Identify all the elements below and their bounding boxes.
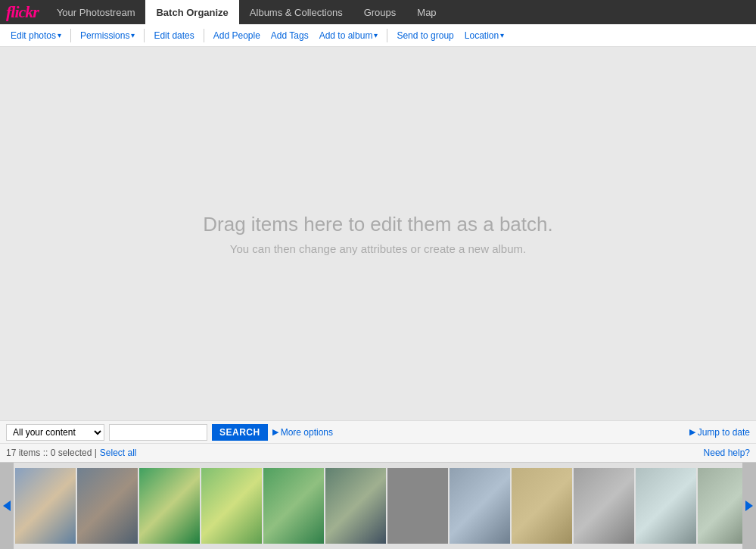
need-help-link[interactable]: Need help? xyxy=(704,448,750,458)
location-button[interactable]: Location ▾ xyxy=(460,28,509,43)
more-options-triangle-icon: ▶ xyxy=(272,427,278,437)
edit-dates-button[interactable]: Edit dates xyxy=(149,28,198,43)
toolbar-separator-4 xyxy=(387,29,387,42)
permissions-dropdown-icon: ▾ xyxy=(131,31,135,39)
edit-photos-button[interactable]: Edit photos ▾ xyxy=(6,28,66,43)
send-to-group-button[interactable]: Send to group xyxy=(392,28,458,43)
photo-thumb[interactable] xyxy=(201,468,262,544)
photo-thumb[interactable] xyxy=(698,468,742,544)
photo-thumb[interactable] xyxy=(574,468,634,544)
photo-thumb[interactable] xyxy=(387,468,448,544)
photo-container xyxy=(14,463,742,550)
photo-thumb[interactable] xyxy=(636,468,696,544)
nav-batch-organize[interactable]: Batch Organize xyxy=(145,0,238,24)
content-type-select[interactable]: All your content Just photos Just videos xyxy=(6,424,104,441)
photo-thumb[interactable] xyxy=(263,468,324,544)
jump-to-date-triangle-icon: ▶ xyxy=(689,427,695,437)
photo-thumb[interactable] xyxy=(512,468,572,544)
toolbar-separator-1 xyxy=(70,29,71,42)
prev-arrow-icon xyxy=(3,501,11,511)
photo-strip xyxy=(0,462,756,549)
photo-thumb[interactable] xyxy=(325,468,386,544)
toolbar-separator-2 xyxy=(144,29,145,42)
more-options-button[interactable]: ▶ More options xyxy=(272,427,333,438)
add-to-album-button[interactable]: Add to album ▾ xyxy=(315,28,383,43)
strip-next-arrow[interactable] xyxy=(742,463,756,550)
jump-to-date-button[interactable]: ▶ Jump to date xyxy=(689,427,750,438)
items-bar: 17 items :: 0 selected | Select all Need… xyxy=(0,443,756,462)
add-people-button[interactable]: Add People xyxy=(209,28,265,43)
search-bar: All your content Just photos Just videos… xyxy=(0,420,756,443)
top-navigation: flickr Your Photostream Batch Organize A… xyxy=(0,0,756,24)
select-all-link[interactable]: Select all xyxy=(100,448,137,458)
drop-area-subtitle: You can then change any attributes or cr… xyxy=(230,242,526,255)
add-to-album-dropdown-icon: ▾ xyxy=(374,31,378,39)
batch-drop-area: Drag items here to edit them as a batch.… xyxy=(0,47,756,420)
next-arrow-icon xyxy=(745,501,753,511)
search-button[interactable]: SEARCH xyxy=(212,424,268,441)
add-tags-button[interactable]: Add Tags xyxy=(266,28,313,43)
toolbar-separator-3 xyxy=(204,29,204,42)
nav-map[interactable]: Map xyxy=(406,0,446,24)
drop-area-title: Drag items here to edit them as a batch. xyxy=(203,213,552,236)
location-dropdown-icon: ▾ xyxy=(500,31,504,39)
photo-thumb[interactable] xyxy=(15,468,76,544)
search-input[interactable] xyxy=(109,424,207,441)
permissions-button[interactable]: Permissions ▾ xyxy=(76,28,139,43)
strip-prev-arrow[interactable] xyxy=(0,463,14,550)
items-count-text: 17 items :: 0 selected | xyxy=(6,448,97,458)
toolbar: Edit photos ▾ Permissions ▾ Edit dates A… xyxy=(0,24,756,47)
nav-your-photostream[interactable]: Your Photostream xyxy=(46,0,146,24)
photo-thumb[interactable] xyxy=(77,468,138,544)
nav-groups[interactable]: Groups xyxy=(353,0,407,24)
edit-photos-dropdown-icon: ▾ xyxy=(58,31,61,39)
flickr-logo: flickr xyxy=(6,2,39,22)
photo-thumb[interactable] xyxy=(450,468,510,544)
photo-thumb[interactable] xyxy=(139,468,200,544)
nav-albums-collections[interactable]: Albums & Collections xyxy=(239,0,353,24)
